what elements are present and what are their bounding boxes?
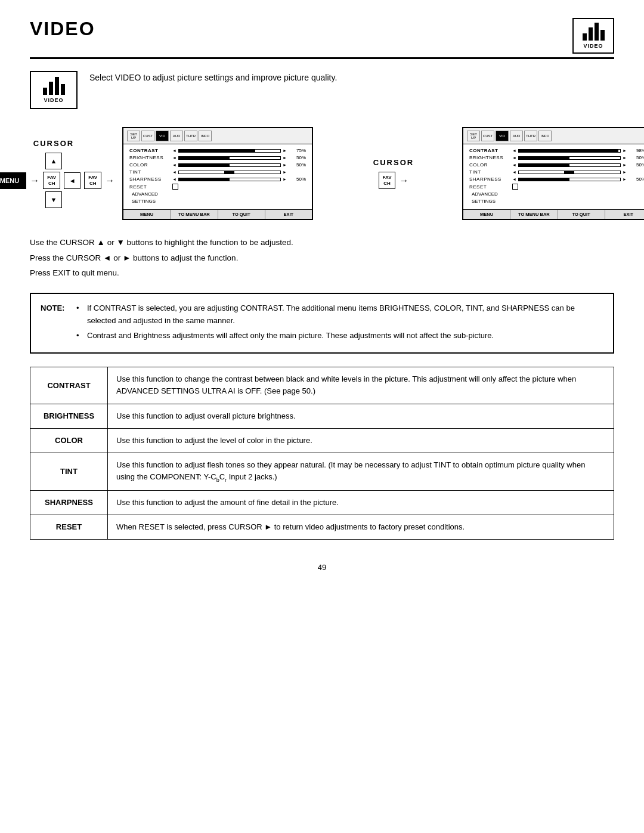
rbottom-tobar[interactable]: TO MENU BAR <box>510 210 558 219</box>
note-box: NOTE: • If CONTRAST is selected, you are… <box>30 293 614 354</box>
feature-desc-sharpness: Use this function to adjust the amount o… <box>108 491 614 515</box>
page-title: VIDEO <box>30 18 95 40</box>
rsharpness-bar: ◄ ► <box>512 177 627 181</box>
brightness-bar-left: ◄ ► <box>172 156 287 160</box>
rsharpness-val: 50% <box>629 176 644 182</box>
right-fav-ch[interactable]: FAV CH <box>379 172 396 189</box>
radvanced-row: ADVANCED <box>469 191 644 197</box>
tab-video[interactable]: VID <box>156 131 169 141</box>
bottom-exit-left[interactable]: EXIT <box>265 210 312 219</box>
contrast-label-left: CONTRAST <box>129 148 170 153</box>
rsettings-row: SETTINGS <box>469 199 644 204</box>
color-row-left: COLOR ◄ ► 50% <box>129 162 306 168</box>
rbrightness-label: BRIGHTNESS <box>469 155 510 160</box>
rcolor-bar: ◄ ► <box>512 163 627 167</box>
settings-row-left: SETTINGS <box>129 199 306 204</box>
fav-ch-left-btn[interactable]: FAV CH <box>43 172 60 189</box>
feature-label-sharpness: SHARPNESS <box>30 491 108 515</box>
bullet-text-2: Contrast and Brightness adjustments will… <box>87 330 494 342</box>
right-cursor-label: CURSOR <box>373 158 414 167</box>
bullet-text-1: If CONTRAST is selected, you are adjusti… <box>87 302 603 327</box>
right-arrow3: → <box>399 175 408 186</box>
reset-row-right: RESET <box>469 184 644 190</box>
feature-contrast: CONTRAST Use this function to change the… <box>30 367 614 404</box>
left-arr: ◄ <box>172 148 177 153</box>
remote-bot-row: ▼ <box>45 191 62 208</box>
down-arrow-btn[interactable]: ▼ <box>45 191 62 208</box>
sharpness-bar-left: ◄ ► <box>172 177 287 181</box>
menu-button[interactable]: MENU <box>0 172 26 189</box>
feature-tint: TINT Use this function to adjust flesh t… <box>30 453 614 491</box>
intro-section: VIDEO Select VIDEO to adjust picture set… <box>30 71 614 109</box>
left-arrow-btn[interactable]: ◄ <box>64 172 80 189</box>
rtab-theater[interactable]: THTR <box>524 131 537 141</box>
brightness-val-left: 50% <box>289 155 306 160</box>
rsharpness-track <box>518 178 621 181</box>
rsharpness-fill <box>519 178 569 181</box>
right-remote-row: FAV CH → <box>379 172 409 189</box>
sharpness-row-left: SHARPNESS ◄ ► 50% <box>129 176 306 182</box>
contrast-row-left: CONTRAST ◄ ► 75% <box>129 148 306 153</box>
color-track <box>178 163 281 167</box>
instruction-3: Press EXIT to quit menu. <box>30 265 614 281</box>
rtab-audio[interactable]: AUD <box>510 131 523 141</box>
rbrightness-track <box>518 156 621 160</box>
right-diagram: CURSOR FAV CH → SET UP CUST VID AUD THTR… <box>331 127 644 220</box>
rreset-checkbox[interactable] <box>512 184 518 190</box>
up-arrow-btn[interactable]: ▲ <box>45 153 62 169</box>
rtab-video[interactable]: VID <box>496 131 509 141</box>
rcolor-val: 50% <box>629 162 644 168</box>
brightness-track <box>178 156 281 160</box>
tab-info[interactable]: INFO <box>199 131 212 141</box>
note-label: NOTE: <box>41 302 70 344</box>
rtab-setup[interactable]: SET UP <box>467 131 480 141</box>
instruction-2: Press the CURSOR ◄ or ► buttons to adjus… <box>30 250 614 266</box>
rcontrast-track <box>518 149 621 153</box>
ibar4 <box>61 84 65 95</box>
rtint-track <box>518 171 621 174</box>
contrast-bar-left: ◄ ► <box>172 148 287 153</box>
bullet-dot-1: • <box>76 302 82 327</box>
fav-ch-right-btn[interactable]: FAV CH <box>84 172 101 189</box>
left-cursor-diagram: CURSOR ▲ MENU → FAV CH ◄ FAV CH → ▼ <box>0 139 116 208</box>
rbottom-toquit[interactable]: TO QUIT <box>558 210 605 219</box>
screen-top-bar-left: SET UP CUST VID AUD THTR INFO <box>123 128 312 144</box>
left-screen: SET UP CUST VID AUD THTR INFO CONTRAST ◄… <box>122 127 313 220</box>
rtab-custom[interactable]: CUST <box>481 131 494 141</box>
bottom-menu-left[interactable]: MENU <box>123 210 171 219</box>
features-section: CONTRAST Use this function to change the… <box>30 367 614 540</box>
contrast-bar-right: ◄ ► <box>512 148 627 153</box>
rtint-bar: ◄ ► <box>512 170 627 174</box>
color-row-right: COLOR ◄ ► 50% <box>469 162 644 168</box>
bullet-1: • If CONTRAST is selected, you are adjus… <box>76 302 603 327</box>
tab-setup[interactable]: SET UP <box>127 131 140 141</box>
tab-theater[interactable]: THTR <box>184 131 197 141</box>
color-label-left: COLOR <box>129 162 170 168</box>
tint-row-right: TINT ◄ ► <box>469 169 644 175</box>
bottom-tobar-left[interactable]: TO MENU BAR <box>171 210 218 219</box>
reset-checkbox-left[interactable] <box>172 184 178 190</box>
feature-desc-reset: When RESET is selected, press CURSOR ► t… <box>108 515 614 539</box>
feature-desc-brightness: Use this function to adjust overall pict… <box>108 404 614 428</box>
header-video-icon: VIDEO <box>572 18 614 54</box>
rbottom-exit[interactable]: EXIT <box>605 210 644 219</box>
bottom-toquit-left[interactable]: TO QUIT <box>218 210 265 219</box>
bar4 <box>600 30 605 41</box>
ibar2 <box>49 82 53 95</box>
contrast-track <box>178 149 281 153</box>
color-val-left: 50% <box>289 162 306 168</box>
tab-audio[interactable]: AUD <box>170 131 183 141</box>
bullet-2: • Contrast and Brightness adjustments wi… <box>76 330 603 342</box>
rtab-info[interactable]: INFO <box>538 131 552 141</box>
reset-row-left: RESET <box>129 184 306 190</box>
rcolor-fill <box>519 164 569 166</box>
tab-custom[interactable]: CUST <box>141 131 154 141</box>
sharpness-fill <box>179 178 230 181</box>
bar2 <box>589 27 593 41</box>
rbottom-menu[interactable]: MENU <box>463 210 510 219</box>
feature-sharpness: SHARPNESS Use this function to adjust th… <box>30 490 614 515</box>
page-number: 49 <box>30 563 614 572</box>
rtint-label: TINT <box>469 169 510 175</box>
intro-icon-label: VIDEO <box>44 97 63 103</box>
tint-fill <box>224 171 234 174</box>
